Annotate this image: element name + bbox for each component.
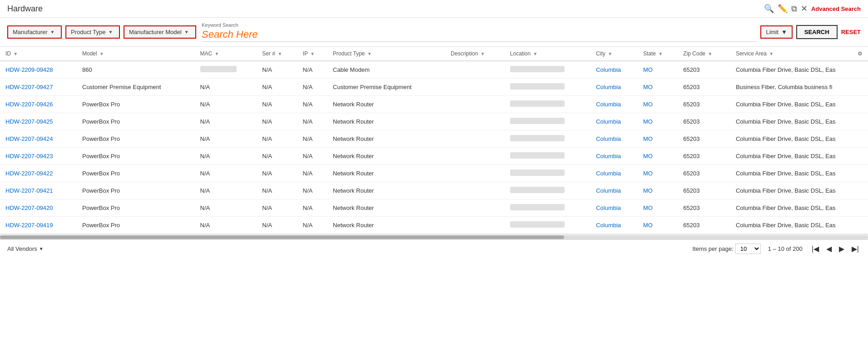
layers-icon[interactable]: ⧉ [791,4,797,14]
cell-product-type: Network Router [327,148,446,165]
cell-state[interactable]: MO [638,130,678,148]
edit-icon[interactable]: ✏️ [778,4,788,14]
advanced-search-link[interactable]: Advanced Search [811,5,861,12]
cell-model: PowerBox Pro [77,130,195,148]
manufacturer-model-dropdown[interactable]: Manufacturer Model ▼ [124,25,196,39]
cell-city[interactable]: Columbia [590,199,638,217]
col-header-mac[interactable]: MAC ▼ [195,47,257,61]
cell-state[interactable]: MO [638,199,678,217]
cell-service-area: Columbia Fiber Drive, Basic DSL, Eas [730,130,850,148]
cell-state[interactable]: MO [638,79,678,96]
cell-ip: N/A [298,165,327,182]
cell-location [505,199,590,217]
col-header-zip[interactable]: Zip Code ▼ [678,47,730,61]
cell-id[interactable]: HDW-2207-09422 [0,165,77,182]
table-row: HDW-2207-09421 PowerBox Pro N/A N/A N/A … [0,182,868,199]
col-header-ip[interactable]: IP ▼ [298,47,327,61]
cell-description [445,96,505,113]
col-header-model[interactable]: Model ▼ [77,47,195,61]
cell-city[interactable]: Columbia [590,61,638,79]
cell-description [445,79,505,96]
col-header-location[interactable]: Location ▼ [505,47,590,61]
cell-id[interactable]: HDW-2207-09419 [0,217,77,234]
cell-location [505,61,590,79]
search-icon[interactable]: 🔍 [764,4,774,14]
all-vendors-label: All Vendors [7,245,37,252]
cell-location [505,130,590,148]
col-header-product-type[interactable]: Product Type ▼ [327,47,446,61]
cell-state[interactable]: MO [638,61,678,79]
scrollbar-thumb[interactable] [0,235,564,239]
cell-id[interactable]: HDW-2207-09427 [0,79,77,96]
cell-product-type: Customer Premise Equipment [327,79,446,96]
cell-state[interactable]: MO [638,217,678,234]
cell-location [505,217,590,234]
col-header-city[interactable]: City ▼ [590,47,638,61]
cell-service-area: Columbia Fiber Drive, Basic DSL, Eas [730,61,850,79]
prev-page-button[interactable]: ◀ [824,244,833,254]
cell-city[interactable]: Columbia [590,217,638,234]
items-per-page-select[interactable]: 10 25 50 100 [735,244,761,254]
cell-city[interactable]: Columbia [590,79,638,96]
horizontal-scrollbar[interactable] [0,234,868,239]
cell-zip: 65203 [678,199,730,217]
table-row: HDW-2209-09428 860 N/A N/A Cable Modem C… [0,61,868,79]
cell-product-type: Network Router [327,96,446,113]
col-header-service-area[interactable]: Service Area ▼ [730,47,850,61]
cell-gear [850,182,868,199]
search-input[interactable] [202,28,757,42]
cell-city[interactable]: Columbia [590,182,638,199]
table-row: HDW-2207-09424 PowerBox Pro N/A N/A N/A … [0,130,868,148]
cell-location [505,148,590,165]
search-button[interactable]: SEARCH [796,25,838,39]
last-page-button[interactable]: ▶| [850,244,861,254]
cell-id[interactable]: HDW-2207-09420 [0,199,77,217]
description-sort-icon: ▼ [481,51,485,56]
cell-city[interactable]: Columbia [590,165,638,182]
cell-city[interactable]: Columbia [590,96,638,113]
col-header-description[interactable]: Description ▼ [445,47,505,61]
col-header-state[interactable]: State ▼ [638,47,678,61]
cell-state[interactable]: MO [638,96,678,113]
product-type-dropdown[interactable]: Product Type ▼ [65,25,120,39]
col-header-id[interactable]: ID ▼ [0,47,77,61]
cell-ser: N/A [257,61,297,79]
cell-zip: 65203 [678,79,730,96]
hardware-table: ID ▼ Model ▼ MAC ▼ Ser # ▼ IP ▼ Product … [0,47,868,234]
first-page-button[interactable]: |◀ [810,244,821,254]
cell-model: PowerBox Pro [77,96,195,113]
cell-model: 860 [77,61,195,79]
cell-city[interactable]: Columbia [590,130,638,148]
cell-zip: 65203 [678,165,730,182]
header-bar: Hardware 🔍 ✏️ ⧉ ✕ Advanced Search [0,0,868,18]
limit-dropdown[interactable]: Limit ▼ [760,25,792,39]
cell-state[interactable]: MO [638,148,678,165]
cell-id[interactable]: HDW-2207-09424 [0,130,77,148]
cell-ip: N/A [298,182,327,199]
cell-state[interactable]: MO [638,182,678,199]
cell-ser: N/A [257,113,297,130]
cell-state[interactable]: MO [638,113,678,130]
col-header-ser[interactable]: Ser # ▼ [257,47,297,61]
cell-id[interactable]: HDW-2209-09428 [0,61,77,79]
table-row: HDW-2207-09420 PowerBox Pro N/A N/A N/A … [0,199,868,217]
cell-ip: N/A [298,96,327,113]
cell-zip: 65203 [678,217,730,234]
cell-city[interactable]: Columbia [590,148,638,165]
cell-city[interactable]: Columbia [590,113,638,130]
next-page-button[interactable]: ▶ [837,244,846,254]
all-vendors-dropdown[interactable]: All Vendors ▼ [7,245,44,252]
cell-id[interactable]: HDW-2207-09421 [0,182,77,199]
cell-id[interactable]: HDW-2207-09425 [0,113,77,130]
cell-state[interactable]: MO [638,165,678,182]
col-header-settings[interactable]: ⚙ [850,47,868,61]
cell-gear [850,165,868,182]
cell-service-area: Columbia Fiber Drive, Basic DSL, Eas [730,148,850,165]
cell-id[interactable]: HDW-2207-09423 [0,148,77,165]
reset-button[interactable]: RESET [841,29,861,35]
cell-service-area: Business Fiber, Columbia business fi [730,79,850,96]
manufacturer-dropdown[interactable]: Manufacturer ▼ [7,25,62,39]
model-sort-icon: ▼ [99,51,104,56]
cell-id[interactable]: HDW-2207-09426 [0,96,77,113]
close-icon[interactable]: ✕ [801,4,808,14]
